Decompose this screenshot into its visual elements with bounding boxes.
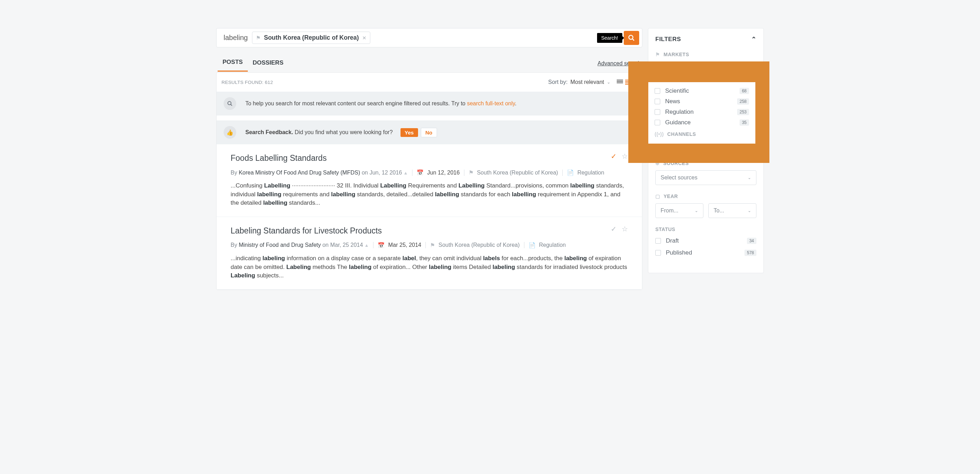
flag-icon: ⚑ <box>469 169 474 176</box>
document-icon: 📄 <box>567 169 574 176</box>
svg-point-0 <box>629 35 633 39</box>
flag-icon: ⚑ <box>655 52 660 57</box>
search-fulltext-link[interactable]: search full-text only <box>467 100 515 107</box>
search-tooltip: Search! <box>597 33 622 43</box>
calendar-icon: ▢ <box>655 194 660 199</box>
check-icon[interactable]: ✓ <box>611 152 617 161</box>
chevron-down-icon: ⌄ <box>695 208 698 213</box>
results-found: RESULTS FOUND: 612 <box>221 80 273 85</box>
document-icon: 📄 <box>528 242 536 248</box>
flag-icon: ⚑ <box>430 242 435 248</box>
calendar-icon: 📅 <box>378 242 385 248</box>
chevron-down-icon: ⌄ <box>748 175 751 180</box>
cat-guidance-checkbox[interactable]: Guidance35 <box>655 117 749 128</box>
svg-point-2 <box>228 102 231 105</box>
filter-notice: To help you search for most relevant con… <box>216 92 642 116</box>
status-published-checkbox[interactable]: Published578 <box>655 247 756 259</box>
chip-remove-icon[interactable]: ✕ <box>362 35 366 41</box>
result-title[interactable]: Labeling Standards for Livestock Product… <box>231 226 628 235</box>
cat-regulation-checkbox[interactable]: Regulation253 <box>655 107 749 117</box>
notice-text: To help you search for most relevant con… <box>245 100 517 107</box>
feedback-bar: 👍 Search Feedback. Did you find what you… <box>216 121 642 144</box>
sort-control[interactable]: Sort by: Most relevant ⌄ <box>548 79 610 85</box>
chevron-down-icon: ⌄ <box>748 208 751 213</box>
result-meta: By Korea Ministry Of Food And Drug Safet… <box>231 169 628 176</box>
result-item: ✓☆ Foods Labelling Standards By Korea Mi… <box>216 144 642 217</box>
chip-label: South Korea (Republic of Korea) <box>264 34 359 41</box>
star-icon[interactable]: ☆ <box>622 152 628 161</box>
tab-dossiers[interactable]: DOSSIERS <box>248 56 288 71</box>
filter-section-markets: ⚑MARKETS <box>655 52 756 57</box>
results-container: RESULTS FOUND: 612 Sort by: Most relevan… <box>216 72 642 290</box>
svg-line-3 <box>231 104 232 106</box>
filter-chip-market[interactable]: ⚑ South Korea (Republic of Korea) ✕ <box>252 32 370 44</box>
signal-icon: ((•)) <box>655 131 664 137</box>
svg-line-1 <box>633 39 634 40</box>
filter-section-status: STATUS <box>655 226 756 232</box>
cat-news-checkbox[interactable]: News258 <box>655 96 749 107</box>
tab-posts[interactable]: POSTS <box>218 55 248 72</box>
chevron-up-icon: ⌃ <box>751 35 757 43</box>
view-list-icon[interactable] <box>617 80 623 84</box>
search-bar: labeling ⚑ South Korea (Republic of Kore… <box>216 28 642 48</box>
notice-search-icon <box>224 97 236 110</box>
flag-icon: ⚑ <box>256 35 261 41</box>
status-draft-checkbox[interactable]: Draft34 <box>655 235 756 247</box>
result-meta: By Ministry of Food and Drug Safety on M… <box>231 242 628 248</box>
feedback-no-button[interactable]: No <box>421 128 437 137</box>
sources-select[interactable]: Select sources⌄ <box>655 170 756 185</box>
search-icon <box>628 34 635 41</box>
star-icon[interactable]: ☆ <box>622 225 628 233</box>
warning-icon: ▲ <box>364 243 369 248</box>
result-snippet: ...Confusing Labelling ·················… <box>231 181 628 207</box>
highlight-overlay: Scientific68 News258 Regulation253 Guida… <box>628 62 769 163</box>
cat-scientific-checkbox[interactable]: Scientific68 <box>655 86 749 96</box>
filter-section-channels: ((•))CHANNELS <box>655 131 749 137</box>
result-item: ✓☆ Labeling Standards for Livestock Prod… <box>216 217 642 289</box>
year-to-select[interactable]: To...⌄ <box>708 203 756 218</box>
thumbs-up-icon: 👍 <box>224 126 236 139</box>
tabs: POSTS DOSSIERS Advanced search <box>216 55 642 72</box>
search-button[interactable] <box>624 31 639 45</box>
check-icon[interactable]: ✓ <box>611 225 617 233</box>
results-header: RESULTS FOUND: 612 Sort by: Most relevan… <box>216 73 642 89</box>
search-query[interactable]: labeling <box>224 34 248 42</box>
filters-header[interactable]: FILTERS ⌃ <box>655 35 756 43</box>
result-snippet: ...indicating labeling information on a … <box>231 254 628 280</box>
feedback-yes-button[interactable]: Yes <box>401 128 418 137</box>
year-from-select[interactable]: From...⌄ <box>655 203 703 218</box>
chevron-down-icon: ⌄ <box>607 80 610 84</box>
result-title[interactable]: Foods Labelling Standards <box>231 153 628 163</box>
filter-section-year: ▢YEAR <box>655 194 756 199</box>
warning-icon: ▲ <box>403 170 408 175</box>
calendar-icon: 📅 <box>417 169 424 176</box>
